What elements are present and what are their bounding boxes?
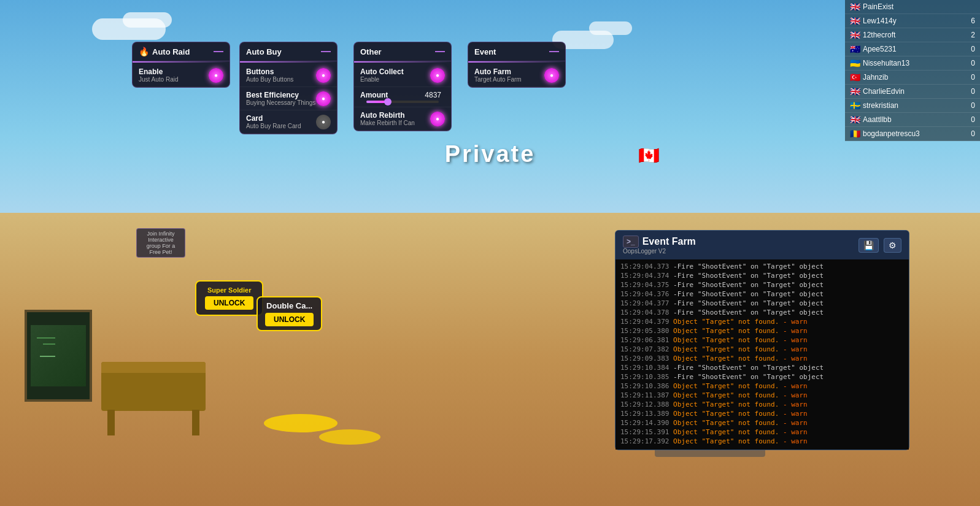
log-line: 15:29:07.382 Object "Target" not found. … [620,345,904,354]
event-farm-header: >_ Event Farm OopsLogger V2 💾 ⚙ [615,231,909,259]
score-8: 0 [971,101,975,110]
auto-buy-header: Auto Buy — [240,42,337,61]
log-line: 15:29:10.386 Object "Target" not found. … [620,381,904,391]
auto-buy-close-button[interactable]: — [321,46,331,57]
event-farm-actions: 💾 ⚙ [858,238,901,253]
auto-raid-header: 🔥 Auto Raid — [133,42,230,61]
score-2: 6 [971,17,975,25]
auto-buy-buttons-label: Buttons [246,67,316,76]
flag-9: 🇬🇧 [850,115,860,125]
auto-rebirth-toggle[interactable]: ● [430,112,445,126]
flag-8: 🇸🇪 [850,101,860,110]
log-line: 15:29:05.380 Object "Target" not found. … [620,326,904,335]
auto-collect-sub: Enable [360,76,430,83]
event-close-button[interactable]: — [549,46,559,57]
cloud-4 [589,21,632,35]
leaderboard-row-10: 🇷🇴 bogdanpetrescu3 0 [845,127,980,141]
other-divider [354,61,451,63]
join-group-badge[interactable]: Join Infinity Interactive group For a Fr… [136,228,185,258]
log-line: 15:29:04.375 -Fire "ShootEvent" on "Targ… [620,280,904,289]
player-name-2: Lew1414y [863,17,971,25]
log-line: 15:29:04.378 -Fire "ShootEvent" on "Targ… [620,308,904,317]
other-close-button[interactable]: — [435,46,445,57]
auto-buy-divider [240,61,337,63]
log-line: 15:29:04.373 -Fire "ShootEvent" on "Targ… [620,262,904,271]
ground-circle-1 [264,414,338,432]
event-farm-settings-button[interactable]: ⚙ [884,238,901,253]
auto-buy-buttons-info: Buttons Auto Buy Buttons [246,67,316,83]
event-title: Event [474,47,496,56]
event-farm-title-area: >_ Event Farm OopsLogger V2 [623,236,696,255]
auto-buy-buttons-row: Buttons Auto Buy Buttons ● [240,64,337,87]
amount-row: Amount 4837 [354,87,451,107]
event-farm-console[interactable]: 15:29:04.373 -Fire "ShootEvent" on "Targ… [615,259,909,450]
log-line: 15:29:06.381 Object "Target" not found. … [620,335,904,345]
auto-buy-efficiency-info: Best Efficiency Buying Necessary Things [246,91,316,106]
event-panel: Event — Auto Farm Target Auto Farm ● [468,42,566,88]
event-farm-panel: >_ Event Farm OopsLogger V2 💾 ⚙ 15:29:04… [615,230,909,450]
score-7: 0 [971,87,975,96]
flag-6: 🇹🇷 [850,72,860,82]
flag-3: 🇬🇧 [850,30,860,40]
table [101,362,206,411]
log-line: 15:29:04.379 Object "Target" not found. … [620,317,904,326]
super-soldier-unlock-button[interactable]: UNLOCK [205,296,253,310]
auto-buy-efficiency-toggle[interactable]: ● [316,91,331,106]
log-line: 15:29:17.392 Object "Target" not found. … [620,437,904,446]
player-name-4: Apee5231 [863,45,971,53]
flag-10: 🇷🇴 [850,129,860,139]
amount-value: 4837 [425,91,441,99]
auto-collect-toggle[interactable]: ● [430,68,445,83]
auto-buy-title: Auto Buy [246,47,282,56]
flag-7: 🇬🇧 [850,86,860,96]
player-name-7: CharlieEdvin [863,87,971,96]
auto-rebirth-info: Auto Rebirth Make Rebirth If Can [360,111,430,126]
auto-buy-card-row: Card Auto Buy Rare Card ● [240,110,337,134]
leaderboard-row-4: 🇦🇺 Apee5231 0 [845,42,980,56]
event-header: Event — [468,42,565,61]
score-4: 0 [971,45,975,53]
flag-5: 🇺🇦 [850,58,860,68]
auto-farm-label: Auto Farm [474,67,544,76]
leaderboard-row-5: 🇺🇦 Nissehultan13 0 [845,56,980,71]
auto-buy-efficiency-row: Best Efficiency Buying Necessary Things … [240,87,337,110]
leaderboard-panel: 🇬🇧 PainExist 🇬🇧 Lew1414y 6 🇬🇧 12thecroft… [845,0,980,141]
super-soldier-title: Super Soldier [205,286,253,294]
score-10: 0 [971,129,975,138]
auto-buy-card-info: Card Auto Buy Rare Card [246,114,316,129]
auto-farm-toggle[interactable]: ● [544,68,559,83]
cloud-2 [123,12,172,28]
flag-2: 🇬🇧 [850,16,860,26]
auto-buy-card-toggle[interactable]: ● [316,115,331,129]
auto-raid-title: 🔥 Auto Raid [139,47,190,56]
auto-raid-enable-info: Enable Just Auto Raid [139,67,209,83]
other-panel: Other — Auto Collect Enable ● Amount 483… [353,42,452,131]
other-title: Other [360,47,382,56]
double-card-unlock-button[interactable]: UNLOCK [265,313,314,326]
auto-raid-enable-toggle[interactable]: ● [209,68,223,83]
player-name-8: strekristian [863,101,971,110]
event-farm-save-button[interactable]: 💾 [858,238,879,253]
player-name-10: bogdanpetrescu3 [863,129,971,138]
auto-raid-close-button[interactable]: — [214,46,223,57]
event-farm-subtitle: OopsLogger V2 [623,248,696,255]
player-name-5: Nissehultan13 [863,59,971,67]
player-name-1: PainExist [863,2,975,11]
double-card-title: Double Ca... [265,301,314,310]
log-line: 15:29:04.374 -Fire "ShootEvent" on "Targ… [620,271,904,280]
leaderboard-row-3: 🇬🇧 12thecroft 2 [845,28,980,42]
auto-farm-sub: Target Auto Farm [474,76,544,83]
auto-raid-enable-sub: Just Auto Raid [139,76,209,83]
auto-buy-card-sub: Auto Buy Rare Card [246,123,316,129]
leaderboard-row-8: 🇸🇪 strekristian 0 [845,99,980,113]
amount-label: Amount [360,91,425,99]
log-line: 15:29:10.384 -Fire "ShootEvent" on "Targ… [620,363,904,372]
auto-buy-buttons-toggle[interactable]: ● [316,68,331,83]
amount-info: Amount [360,91,425,99]
leaderboard-row-9: 🇬🇧 Aaattllbb 0 [845,113,980,127]
player-name-3: 12thecroft [863,31,971,39]
terminal-icon: >_ [623,236,639,248]
super-soldier-card: Super Soldier UNLOCK [195,280,263,316]
auto-collect-row: Auto Collect Enable ● [354,64,451,87]
auto-raid-enable-row: Enable Just Auto Raid ● [133,64,230,87]
